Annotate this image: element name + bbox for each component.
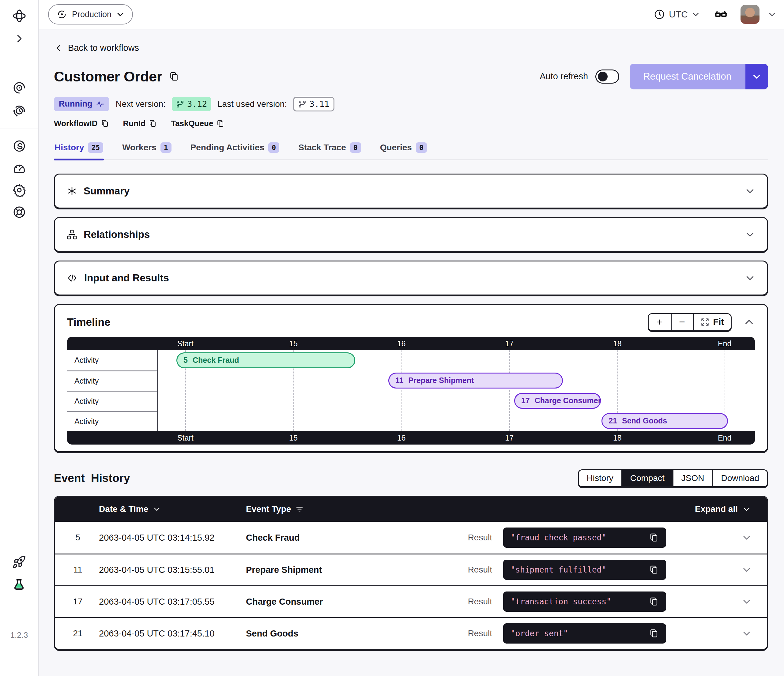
event-datetime: 2063-04-05 UTC 03:17:45.10 [99,629,215,639]
zoom-out-button[interactable]: − [671,314,693,330]
result-pill[interactable]: "order sent" [503,623,666,643]
event-history-heading: Event History [54,472,130,485]
branch-icon [298,100,306,108]
timeline-bar-send-goods[interactable]: 21Send Goods [602,413,728,429]
filter-icon [295,505,304,513]
next-version-badge: 3.12 [172,97,211,111]
fit-button[interactable]: Fit [693,314,731,330]
view-json-button[interactable]: JSON [672,470,712,486]
event-id: 17 [67,597,89,606]
timezone-selector[interactable]: UTC [653,9,700,20]
tab-count: 1 [160,142,171,153]
sidebar: 1.2.3 [0,0,39,676]
column-date-time[interactable]: Date & Time [99,504,161,514]
gridline [401,350,402,431]
result-label: Result [468,629,492,638]
code-icon [67,272,78,284]
tab-workers[interactable]: Workers1 [121,140,172,160]
last-used-version-badge: 3.11 [293,97,334,112]
row-expand-chevron-icon[interactable] [741,532,752,543]
schedules-icon[interactable] [12,104,26,118]
chevron-down-icon [745,185,756,197]
timeline-row-labels: Activity Activity Activity Activity [67,350,158,431]
avatar[interactable] [740,5,759,24]
namespaces-icon[interactable] [12,81,26,95]
sidebar-expand-icon[interactable] [13,33,25,45]
topbar: Production UTC [39,0,784,30]
chevron-down-icon [742,505,751,514]
row-expand-chevron-icon[interactable] [741,628,752,639]
copy-icon [149,120,157,127]
collapse-chevron-icon[interactable] [743,316,755,328]
input-results-accordion[interactable]: Input and Results [54,261,768,295]
tab-count: 0 [268,142,279,153]
column-event-type[interactable]: Event Type [246,504,304,514]
copy-icon[interactable] [649,629,659,638]
chevron-down-icon [745,272,756,283]
back-to-workflows-link[interactable]: Back to workflows [54,43,139,53]
page-title: Customer Order [54,68,162,85]
event-datetime: 2063-04-05 UTC 03:17:05.55 [99,597,215,607]
copy-title-icon[interactable] [169,71,179,82]
event-id: 5 [67,533,89,542]
view-history-button[interactable]: History [579,470,621,486]
download-button[interactable]: Download [712,470,767,486]
tab-queries[interactable]: Queries0 [380,140,428,160]
timeline-bar-check-fraud[interactable]: 5Check Fraud [176,353,355,368]
auto-refresh-toggle[interactable] [595,70,619,84]
copy-icon [216,120,224,127]
event-datetime: 2063-04-05 UTC 03:14:15.92 [99,532,215,542]
workflow-id-copy[interactable]: WorkflowID [54,119,109,128]
settings-icon[interactable] [12,183,26,197]
copy-icon[interactable] [649,533,659,542]
copy-icon[interactable] [649,597,659,606]
account-menu-chevron-icon[interactable] [767,10,777,19]
event-id: 21 [67,629,89,638]
event-id: 11 [67,565,89,575]
expand-all-button[interactable]: Expand all [695,504,751,514]
row-expand-chevron-icon[interactable] [741,597,752,607]
expand-arrows-icon [700,317,709,327]
copy-icon[interactable] [649,565,659,575]
tab-stack-trace[interactable]: Stack Trace0 [298,140,362,160]
request-cancelation-button[interactable]: Request Cancelation [630,64,768,89]
timeline-bar-charge-consumer[interactable]: 17Charge Consumer [514,393,601,409]
event-type: Prepare Shipment [246,565,322,575]
app-version: 1.2.3 [11,630,28,640]
event-history-table: Date & Time Event Type Expand all 5 2063… [54,496,768,650]
view-compact-button[interactable]: Compact [621,470,672,486]
support-icon[interactable] [12,205,26,219]
event-row-charge-consumer[interactable]: 17 2063-04-05 UTC 03:17:05.55 Charge Con… [55,585,767,617]
result-pill[interactable]: "transaction success" [503,592,666,612]
event-row-prepare-shipment[interactable]: 11 2063-04-05 UTC 03:15:55.01 Prepare Sh… [55,553,767,585]
timeline-bar-prepare-shipment[interactable]: 11Prepare Shipment [388,373,563,389]
asterisk-icon [67,185,78,197]
event-row-send-goods[interactable]: 21 2063-04-05 UTC 03:17:45.10 Send Goods… [55,617,767,649]
tab-history[interactable]: History25 [54,140,104,160]
usage-icon[interactable] [12,161,26,175]
nexus-icon[interactable] [12,139,26,153]
run-id-copy[interactable]: RunId [123,119,157,128]
task-queue-copy[interactable]: TaskQueue [171,119,224,128]
zoom-in-button[interactable]: + [649,314,671,330]
event-type: Send Goods [246,629,298,639]
relationships-accordion[interactable]: Relationships [54,217,768,252]
sidebar-divider [0,129,39,129]
result-pill[interactable]: "fraud check passed" [503,527,666,548]
cancel-options-chevron[interactable] [745,64,768,89]
table-header: Date & Time Event Type Expand all [55,497,767,522]
tab-count: 0 [350,142,361,153]
timeline-axis-top: Start 15 16 17 18 End [67,337,755,350]
result-label: Result [468,597,492,606]
labs-flask-icon[interactable] [12,578,26,592]
event-row-check-fraud[interactable]: 5 2063-04-05 UTC 03:14:15.92 Check Fraud… [55,522,767,553]
request-cancelation-label[interactable]: Request Cancelation [630,64,745,89]
namespace-selector[interactable]: Production [48,4,133,25]
tab-pending-activities[interactable]: Pending Activities0 [190,140,280,160]
row-expand-chevron-icon[interactable] [741,564,752,575]
event-type: Charge Consumer [246,597,323,607]
labs-glasses-icon[interactable] [712,8,730,20]
result-pill[interactable]: "shipment fulfilled" [503,559,666,580]
summary-accordion[interactable]: Summary [54,174,768,208]
getting-started-icon[interactable] [12,555,26,569]
